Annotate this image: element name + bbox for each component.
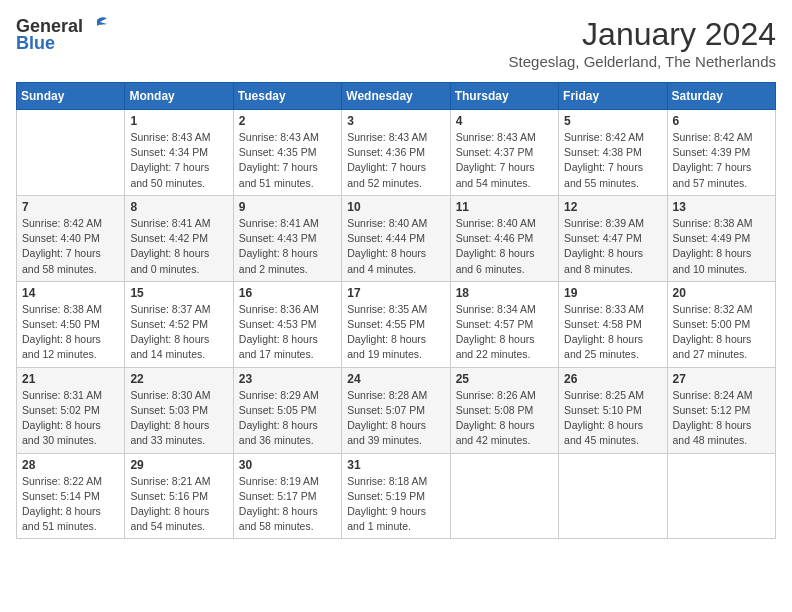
calendar-cell: 12Sunrise: 8:39 AM Sunset: 4:47 PM Dayli… (559, 195, 667, 281)
calendar-cell (450, 453, 558, 539)
day-number: 3 (347, 114, 444, 128)
week-row-5: 28Sunrise: 8:22 AM Sunset: 5:14 PM Dayli… (17, 453, 776, 539)
location-subtitle: Stegeslag, Gelderland, The Netherlands (509, 53, 776, 70)
column-header-monday: Monday (125, 83, 233, 110)
calendar-cell: 20Sunrise: 8:32 AM Sunset: 5:00 PM Dayli… (667, 281, 775, 367)
day-number: 28 (22, 458, 119, 472)
calendar-cell: 21Sunrise: 8:31 AM Sunset: 5:02 PM Dayli… (17, 367, 125, 453)
day-info: Sunrise: 8:37 AM Sunset: 4:52 PM Dayligh… (130, 302, 227, 363)
day-info: Sunrise: 8:26 AM Sunset: 5:08 PM Dayligh… (456, 388, 553, 449)
day-number: 10 (347, 200, 444, 214)
day-number: 11 (456, 200, 553, 214)
calendar-cell (17, 110, 125, 196)
column-header-friday: Friday (559, 83, 667, 110)
day-number: 2 (239, 114, 336, 128)
calendar-cell: 5Sunrise: 8:42 AM Sunset: 4:38 PM Daylig… (559, 110, 667, 196)
day-number: 1 (130, 114, 227, 128)
calendar-cell: 22Sunrise: 8:30 AM Sunset: 5:03 PM Dayli… (125, 367, 233, 453)
day-number: 8 (130, 200, 227, 214)
day-info: Sunrise: 8:34 AM Sunset: 4:57 PM Dayligh… (456, 302, 553, 363)
day-number: 20 (673, 286, 770, 300)
logo: General Blue (16, 16, 109, 54)
day-info: Sunrise: 8:39 AM Sunset: 4:47 PM Dayligh… (564, 216, 661, 277)
day-info: Sunrise: 8:43 AM Sunset: 4:35 PM Dayligh… (239, 130, 336, 191)
week-row-3: 14Sunrise: 8:38 AM Sunset: 4:50 PM Dayli… (17, 281, 776, 367)
day-number: 31 (347, 458, 444, 472)
column-header-thursday: Thursday (450, 83, 558, 110)
calendar-cell: 7Sunrise: 8:42 AM Sunset: 4:40 PM Daylig… (17, 195, 125, 281)
calendar-cell: 10Sunrise: 8:40 AM Sunset: 4:44 PM Dayli… (342, 195, 450, 281)
column-header-saturday: Saturday (667, 83, 775, 110)
day-number: 9 (239, 200, 336, 214)
calendar-table: SundayMondayTuesdayWednesdayThursdayFrid… (16, 82, 776, 539)
calendar-cell: 8Sunrise: 8:41 AM Sunset: 4:42 PM Daylig… (125, 195, 233, 281)
day-info: Sunrise: 8:41 AM Sunset: 4:43 PM Dayligh… (239, 216, 336, 277)
day-info: Sunrise: 8:25 AM Sunset: 5:10 PM Dayligh… (564, 388, 661, 449)
column-header-tuesday: Tuesday (233, 83, 341, 110)
day-info: Sunrise: 8:43 AM Sunset: 4:36 PM Dayligh… (347, 130, 444, 191)
calendar-cell: 3Sunrise: 8:43 AM Sunset: 4:36 PM Daylig… (342, 110, 450, 196)
day-info: Sunrise: 8:31 AM Sunset: 5:02 PM Dayligh… (22, 388, 119, 449)
day-info: Sunrise: 8:28 AM Sunset: 5:07 PM Dayligh… (347, 388, 444, 449)
day-number: 18 (456, 286, 553, 300)
calendar-cell: 18Sunrise: 8:34 AM Sunset: 4:57 PM Dayli… (450, 281, 558, 367)
calendar-cell: 1Sunrise: 8:43 AM Sunset: 4:34 PM Daylig… (125, 110, 233, 196)
calendar-cell: 14Sunrise: 8:38 AM Sunset: 4:50 PM Dayli… (17, 281, 125, 367)
day-number: 27 (673, 372, 770, 386)
day-number: 23 (239, 372, 336, 386)
day-info: Sunrise: 8:40 AM Sunset: 4:44 PM Dayligh… (347, 216, 444, 277)
week-row-4: 21Sunrise: 8:31 AM Sunset: 5:02 PM Dayli… (17, 367, 776, 453)
day-info: Sunrise: 8:36 AM Sunset: 4:53 PM Dayligh… (239, 302, 336, 363)
day-number: 30 (239, 458, 336, 472)
column-header-sunday: Sunday (17, 83, 125, 110)
calendar-cell: 9Sunrise: 8:41 AM Sunset: 4:43 PM Daylig… (233, 195, 341, 281)
calendar-cell: 24Sunrise: 8:28 AM Sunset: 5:07 PM Dayli… (342, 367, 450, 453)
calendar-cell: 26Sunrise: 8:25 AM Sunset: 5:10 PM Dayli… (559, 367, 667, 453)
calendar-cell: 16Sunrise: 8:36 AM Sunset: 4:53 PM Dayli… (233, 281, 341, 367)
day-number: 17 (347, 286, 444, 300)
calendar-cell (559, 453, 667, 539)
column-header-wednesday: Wednesday (342, 83, 450, 110)
calendar-cell: 15Sunrise: 8:37 AM Sunset: 4:52 PM Dayli… (125, 281, 233, 367)
day-number: 4 (456, 114, 553, 128)
calendar-cell: 19Sunrise: 8:33 AM Sunset: 4:58 PM Dayli… (559, 281, 667, 367)
day-info: Sunrise: 8:32 AM Sunset: 5:00 PM Dayligh… (673, 302, 770, 363)
day-number: 15 (130, 286, 227, 300)
calendar-title-area: January 2024 Stegeslag, Gelderland, The … (509, 16, 776, 70)
calendar-cell: 29Sunrise: 8:21 AM Sunset: 5:16 PM Dayli… (125, 453, 233, 539)
day-info: Sunrise: 8:38 AM Sunset: 4:49 PM Dayligh… (673, 216, 770, 277)
logo-bird-icon (85, 16, 109, 38)
day-number: 24 (347, 372, 444, 386)
calendar-cell: 17Sunrise: 8:35 AM Sunset: 4:55 PM Dayli… (342, 281, 450, 367)
week-row-2: 7Sunrise: 8:42 AM Sunset: 4:40 PM Daylig… (17, 195, 776, 281)
day-info: Sunrise: 8:42 AM Sunset: 4:40 PM Dayligh… (22, 216, 119, 277)
day-info: Sunrise: 8:43 AM Sunset: 4:37 PM Dayligh… (456, 130, 553, 191)
day-info: Sunrise: 8:41 AM Sunset: 4:42 PM Dayligh… (130, 216, 227, 277)
day-info: Sunrise: 8:18 AM Sunset: 5:19 PM Dayligh… (347, 474, 444, 535)
calendar-cell: 6Sunrise: 8:42 AM Sunset: 4:39 PM Daylig… (667, 110, 775, 196)
calendar-cell: 11Sunrise: 8:40 AM Sunset: 4:46 PM Dayli… (450, 195, 558, 281)
day-number: 26 (564, 372, 661, 386)
day-info: Sunrise: 8:24 AM Sunset: 5:12 PM Dayligh… (673, 388, 770, 449)
calendar-cell: 28Sunrise: 8:22 AM Sunset: 5:14 PM Dayli… (17, 453, 125, 539)
day-number: 14 (22, 286, 119, 300)
day-number: 25 (456, 372, 553, 386)
calendar-cell: 25Sunrise: 8:26 AM Sunset: 5:08 PM Dayli… (450, 367, 558, 453)
logo-blue-text: Blue (16, 34, 55, 54)
calendar-cell: 31Sunrise: 8:18 AM Sunset: 5:19 PM Dayli… (342, 453, 450, 539)
day-info: Sunrise: 8:40 AM Sunset: 4:46 PM Dayligh… (456, 216, 553, 277)
calendar-cell: 27Sunrise: 8:24 AM Sunset: 5:12 PM Dayli… (667, 367, 775, 453)
calendar-cell: 30Sunrise: 8:19 AM Sunset: 5:17 PM Dayli… (233, 453, 341, 539)
day-number: 22 (130, 372, 227, 386)
day-number: 16 (239, 286, 336, 300)
day-number: 5 (564, 114, 661, 128)
calendar-cell: 2Sunrise: 8:43 AM Sunset: 4:35 PM Daylig… (233, 110, 341, 196)
day-info: Sunrise: 8:22 AM Sunset: 5:14 PM Dayligh… (22, 474, 119, 535)
day-info: Sunrise: 8:42 AM Sunset: 4:39 PM Dayligh… (673, 130, 770, 191)
day-number: 21 (22, 372, 119, 386)
calendar-cell: 23Sunrise: 8:29 AM Sunset: 5:05 PM Dayli… (233, 367, 341, 453)
day-number: 6 (673, 114, 770, 128)
day-info: Sunrise: 8:35 AM Sunset: 4:55 PM Dayligh… (347, 302, 444, 363)
day-info: Sunrise: 8:43 AM Sunset: 4:34 PM Dayligh… (130, 130, 227, 191)
page-header: General Blue January 2024 Stegeslag, Gel… (16, 16, 776, 70)
